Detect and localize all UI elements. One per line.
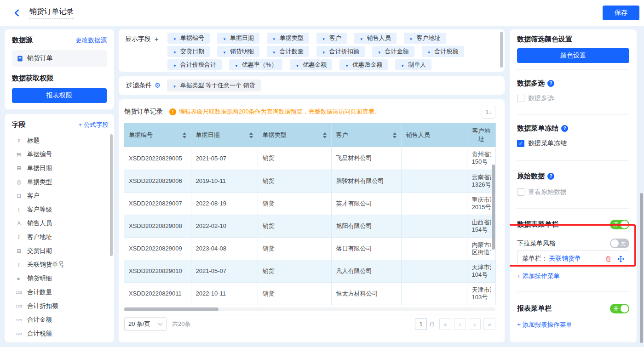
- field-item[interactable]: 单据类型: [12, 175, 109, 189]
- display-field-chip[interactable]: 合计税额: [422, 46, 464, 57]
- dropdown-style-toggle[interactable]: 关: [610, 239, 629, 248]
- help-icon[interactable]: [547, 173, 554, 180]
- help-icon[interactable]: [561, 125, 568, 132]
- raw-data-checkbox-row[interactable]: 查看原始数据: [517, 188, 629, 196]
- menu-bar-item[interactable]: 菜单栏： 关联销货单: [517, 250, 629, 267]
- add-action-menu-link[interactable]: + 添加操作菜单: [517, 272, 560, 280]
- field-item[interactable]: 单据日期: [12, 161, 109, 175]
- menu-freeze-checkbox-row[interactable]: 数据菜单冻结: [517, 139, 629, 148]
- table-menu-toggle[interactable]: 开: [610, 220, 629, 229]
- scrollbar-thumb[interactable]: [500, 32, 503, 68]
- sort-arrows-icon[interactable]: [183, 132, 186, 138]
- scrollbar-thumb[interactable]: [492, 165, 495, 250]
- field-label: 标题: [27, 137, 40, 145]
- display-field-chip[interactable]: 销货明细: [217, 46, 259, 57]
- checkbox-checked[interactable]: [517, 140, 524, 147]
- menu-bar-item-name[interactable]: 关联销货单: [549, 255, 599, 263]
- field-item[interactable]: 合计金额: [12, 313, 109, 327]
- add-display-field-button[interactable]: +: [155, 35, 159, 68]
- first-page-button[interactable]: «: [439, 318, 451, 330]
- display-field-chip[interactable]: 优惠后金额: [339, 59, 388, 70]
- display-field-chip[interactable]: 单据日期: [217, 33, 259, 44]
- move-icon[interactable]: [617, 256, 624, 262]
- field-label: 合计金额: [27, 316, 52, 324]
- scrollbar-thumb[interactable]: [124, 307, 218, 311]
- field-item[interactable]: 销货明细: [12, 272, 109, 285]
- field-item[interactable]: 合计折扣额: [12, 299, 109, 313]
- chevron-down-icon: [322, 48, 326, 55]
- color-setting-button[interactable]: 颜色设置: [517, 48, 629, 63]
- help-icon[interactable]: [547, 80, 554, 87]
- page-size-select[interactable]: 20 条/页: [124, 317, 167, 331]
- display-field-chip[interactable]: 单据类型: [267, 33, 309, 44]
- field-item[interactable]: 客户: [12, 189, 109, 203]
- scrollbar-thumb[interactable]: [110, 134, 113, 256]
- field-item[interactable]: 交货日期: [12, 244, 109, 258]
- sort-arrows-icon[interactable]: [393, 132, 397, 138]
- field-item[interactable]: 标题: [12, 134, 109, 148]
- divider: [517, 291, 629, 292]
- report-menu-toggle[interactable]: 开: [610, 304, 629, 313]
- display-field-chip[interactable]: 合计金额: [372, 46, 414, 57]
- table-column-header[interactable]: 客户地址: [467, 123, 495, 147]
- page-number-input[interactable]: 1: [415, 318, 427, 330]
- page-title[interactable]: 销货订单记录: [29, 7, 74, 19]
- display-field-chip[interactable]: 单据编号: [167, 33, 210, 44]
- datasource-item[interactable]: 销货订单: [12, 50, 107, 67]
- cell-type: 销货: [258, 260, 331, 282]
- raw-data-title: 原始数据: [517, 172, 629, 181]
- last-page-button[interactable]: »: [483, 318, 495, 330]
- display-field-chip[interactable]: 合计折扣额: [316, 46, 365, 57]
- display-field-chip[interactable]: 交货日期: [167, 46, 210, 57]
- display-field-chip[interactable]: 客户地址: [404, 33, 446, 44]
- display-field-chip[interactable]: 制单人: [395, 59, 431, 70]
- table-column-header[interactable]: 销售人员: [401, 123, 467, 147]
- checkbox-unchecked[interactable]: [517, 188, 524, 196]
- cell-sales: [401, 237, 467, 260]
- field-item[interactable]: 客户等级: [12, 203, 109, 216]
- trash-icon[interactable]: [605, 256, 612, 262]
- next-page-button[interactable]: ›: [469, 318, 481, 330]
- sort-arrows-icon[interactable]: [323, 132, 327, 138]
- field-item[interactable]: 合计税额: [12, 327, 109, 341]
- table-column-header[interactable]: 单据类型: [258, 123, 331, 147]
- add-formula-field-link[interactable]: + 公式字段: [78, 121, 109, 129]
- display-field-chip[interactable]: 优惠金额: [290, 59, 332, 70]
- field-list: 标题 单据编号 单据日期 单据类型 客户 客户等级 销售人员 客户地址 交货日期…: [12, 134, 109, 341]
- field-label: 销货明细: [27, 274, 52, 283]
- cell-type: 销货: [258, 282, 331, 305]
- display-field-chip[interactable]: 优惠率（%）: [229, 59, 282, 70]
- display-field-chip[interactable]: 合计价税合计: [167, 59, 222, 70]
- chip-label: 客户地址: [417, 34, 441, 42]
- text-icon: [15, 234, 23, 241]
- user-icon: [15, 220, 23, 227]
- sort-arrows-icon[interactable]: [249, 132, 253, 138]
- table-column-header[interactable]: 单据编号: [124, 123, 191, 147]
- cell-sales: [401, 192, 467, 215]
- scrollbar-thumb[interactable]: [640, 193, 643, 343]
- filter-condition-chip[interactable]: 单据类型 等于任意一个 销货: [167, 80, 260, 91]
- table-title: 销货订单记录: [124, 108, 163, 116]
- add-report-action-menu-link[interactable]: + 添加报表操作菜单: [517, 321, 572, 329]
- display-field-chip[interactable]: 客户: [316, 33, 347, 44]
- gear-icon[interactable]: ⚙: [155, 81, 161, 90]
- change-datasource-link[interactable]: 更改数据源: [76, 36, 107, 45]
- multi-select-checkbox-row[interactable]: 数据多选: [517, 94, 629, 102]
- field-item[interactable]: 客户地址: [12, 230, 109, 244]
- field-item[interactable]: 关联销货单号: [12, 258, 109, 272]
- back-icon[interactable]: [13, 8, 22, 17]
- field-label: 合计税额: [27, 330, 52, 338]
- field-item[interactable]: 单据编号: [12, 148, 109, 161]
- display-field-chip[interactable]: 合计数量: [267, 46, 309, 57]
- field-item[interactable]: 销售人员: [12, 216, 109, 230]
- field-item[interactable]: 合计数量: [12, 285, 109, 299]
- checkbox-unchecked[interactable]: [517, 95, 524, 102]
- table-column-header[interactable]: 客户: [331, 123, 401, 147]
- report-permission-button[interactable]: 报表权限: [12, 88, 107, 103]
- table-column-header[interactable]: 单据日期: [191, 123, 258, 147]
- cell-type: 销货: [258, 170, 331, 192]
- sort-order-icon[interactable]: 1↓: [482, 105, 495, 119]
- save-button[interactable]: 保存: [603, 6, 639, 20]
- prev-page-button[interactable]: ‹: [454, 318, 466, 330]
- display-field-chip[interactable]: 销售人员: [354, 33, 397, 44]
